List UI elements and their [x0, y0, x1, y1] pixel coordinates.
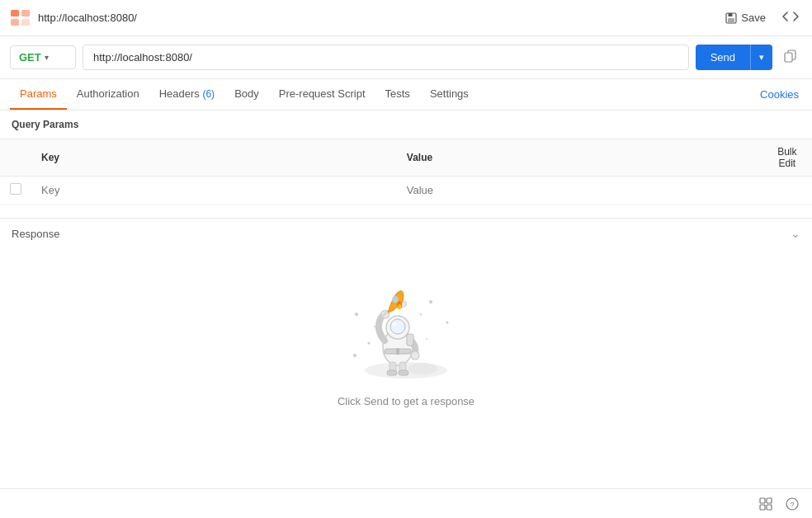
topbar-url: http://localhost:8080/ [38, 12, 137, 24]
svg-rect-29 [407, 334, 413, 346]
col-value: Value [397, 139, 762, 177]
svg-rect-0 [11, 10, 19, 16]
cookies-button[interactable]: Cookies [757, 80, 802, 109]
floppy-icon [725, 12, 737, 24]
help-button[interactable]: ? [782, 494, 802, 514]
svg-rect-1 [21, 10, 30, 16]
row-checkbox-cell [0, 177, 31, 205]
svg-point-28 [398, 304, 401, 309]
key-input[interactable] [41, 184, 387, 196]
request-bar: GET ▾ Send ▾ [0, 36, 812, 79]
save-label: Save [741, 12, 766, 24]
svg-point-32 [374, 326, 375, 327]
svg-point-13 [446, 322, 449, 324]
code-icon [782, 11, 799, 22]
app-icon [10, 9, 31, 27]
tab-params[interactable]: Params [10, 79, 67, 110]
svg-rect-38 [767, 505, 772, 510]
method-chevron-icon: ▾ [45, 53, 49, 62]
content-area: Query Params Key Value Bulk Edit [0, 111, 812, 205]
top-bar-right: Save [725, 9, 802, 27]
svg-point-9 [355, 313, 358, 316]
svg-rect-35 [760, 498, 765, 503]
tabs-list: Params Authorization Headers (6) Body Pr… [10, 79, 757, 110]
col-bulk-edit: Bulk Edit [762, 139, 812, 177]
empty-response: Click Send to get a response [0, 248, 812, 440]
svg-rect-6 [728, 18, 734, 22]
response-title: Response [12, 228, 60, 240]
tab-settings[interactable]: Settings [420, 79, 479, 110]
svg-point-11 [353, 354, 356, 357]
empty-response-text: Click Send to get a response [338, 395, 474, 407]
bottom-bar: ? [0, 488, 812, 518]
save-button[interactable]: Save [725, 12, 766, 24]
headers-badge: (6) [202, 88, 215, 100]
row-key-cell [31, 177, 397, 205]
tab-tests[interactable]: Tests [375, 79, 420, 110]
svg-point-33 [426, 338, 427, 340]
svg-rect-24 [387, 370, 397, 375]
copy-icon [784, 49, 797, 63]
send-dropdown-button[interactable]: ▾ [750, 45, 772, 70]
svg-point-10 [368, 342, 371, 345]
code-button[interactable] [779, 9, 802, 27]
svg-point-15 [408, 363, 437, 374]
query-params-title: Query Params [0, 111, 812, 139]
svg-rect-2 [11, 19, 19, 26]
astronaut-illustration [340, 281, 472, 380]
tab-pre-request-script[interactable]: Pre-request Script [269, 79, 375, 110]
help-icon: ? [786, 497, 799, 511]
svg-point-19 [393, 323, 397, 327]
svg-point-18 [390, 319, 405, 334]
method-selector[interactable]: GET ▾ [10, 45, 76, 69]
col-key: Key [31, 139, 397, 177]
response-header[interactable]: Response ⌄ [0, 218, 812, 248]
svg-point-12 [429, 300, 432, 304]
row-value-cell [397, 177, 762, 205]
send-button[interactable]: Send [696, 45, 750, 70]
top-bar-left: http://localhost:8080/ [10, 9, 137, 27]
svg-text:?: ? [791, 501, 795, 509]
tabs-bar: Params Authorization Headers (6) Body Pr… [0, 79, 812, 111]
url-input[interactable] [83, 45, 689, 70]
row-actions-cell [762, 177, 812, 205]
svg-point-34 [420, 313, 423, 316]
copy-button[interactable] [779, 46, 802, 69]
grid-button[interactable] [756, 494, 776, 514]
params-table: Key Value Bulk Edit [0, 139, 812, 205]
method-label: GET [19, 51, 41, 64]
row-checkbox[interactable] [10, 183, 21, 195]
bulk-edit-button[interactable]: Bulk Edit [772, 146, 802, 169]
svg-rect-25 [399, 370, 408, 375]
tab-body[interactable]: Body [224, 79, 269, 110]
svg-point-26 [393, 297, 399, 303]
value-input[interactable] [407, 184, 753, 196]
tab-headers[interactable]: Headers (6) [149, 79, 224, 110]
table-row [0, 177, 812, 205]
svg-rect-5 [729, 13, 733, 16]
send-btn-group: Send ▾ [696, 45, 772, 70]
svg-point-21 [411, 351, 419, 360]
svg-rect-3 [21, 19, 30, 26]
svg-rect-36 [767, 498, 772, 503]
grid-icon [759, 497, 772, 511]
svg-rect-37 [760, 505, 765, 510]
svg-rect-8 [785, 53, 792, 62]
tab-authorization[interactable]: Authorization [67, 79, 149, 110]
response-container: Response ⌄ [0, 218, 812, 440]
col-checkbox [0, 139, 31, 177]
top-bar: http://localhost:8080/ Save [0, 0, 812, 36]
collapse-icon: ⌄ [791, 227, 800, 240]
svg-rect-31 [396, 348, 399, 355]
